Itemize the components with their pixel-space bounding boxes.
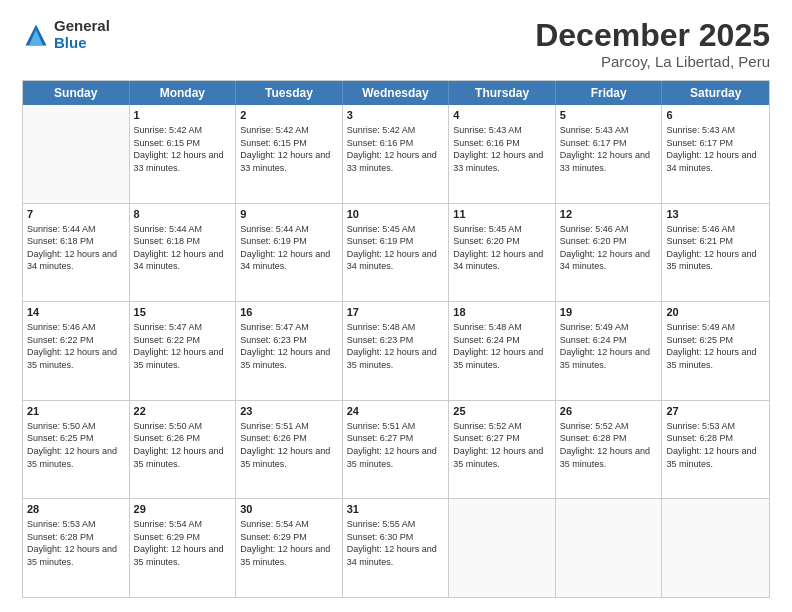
day-number: 4	[453, 108, 551, 123]
calendar-week-4: 21Sunrise: 5:50 AM Sunset: 6:25 PM Dayli…	[23, 401, 769, 500]
calendar-cell-1-6: 5Sunrise: 5:43 AM Sunset: 6:17 PM Daylig…	[556, 105, 663, 203]
cell-info: Sunrise: 5:50 AM Sunset: 6:26 PM Dayligh…	[134, 420, 232, 470]
calendar-cell-3-1: 14Sunrise: 5:46 AM Sunset: 6:22 PM Dayli…	[23, 302, 130, 400]
page-subtitle: Parcoy, La Libertad, Peru	[535, 53, 770, 70]
calendar-cell-1-2: 1Sunrise: 5:42 AM Sunset: 6:15 PM Daylig…	[130, 105, 237, 203]
header: General Blue December 2025 Parcoy, La Li…	[22, 18, 770, 70]
cell-info: Sunrise: 5:49 AM Sunset: 6:25 PM Dayligh…	[666, 321, 765, 371]
calendar-cell-1-5: 4Sunrise: 5:43 AM Sunset: 6:16 PM Daylig…	[449, 105, 556, 203]
calendar-header: SundayMondayTuesdayWednesdayThursdayFrid…	[23, 81, 769, 105]
cell-info: Sunrise: 5:52 AM Sunset: 6:28 PM Dayligh…	[560, 420, 658, 470]
day-number: 20	[666, 305, 765, 320]
cell-info: Sunrise: 5:55 AM Sunset: 6:30 PM Dayligh…	[347, 518, 445, 568]
cell-info: Sunrise: 5:54 AM Sunset: 6:29 PM Dayligh…	[240, 518, 338, 568]
day-number: 1	[134, 108, 232, 123]
cell-info: Sunrise: 5:44 AM Sunset: 6:18 PM Dayligh…	[27, 223, 125, 273]
calendar-cell-4-2: 22Sunrise: 5:50 AM Sunset: 6:26 PM Dayli…	[130, 401, 237, 499]
day-number: 7	[27, 207, 125, 222]
title-block: December 2025 Parcoy, La Libertad, Peru	[535, 18, 770, 70]
calendar: SundayMondayTuesdayWednesdayThursdayFrid…	[22, 80, 770, 598]
day-number: 9	[240, 207, 338, 222]
day-number: 28	[27, 502, 125, 517]
cell-info: Sunrise: 5:44 AM Sunset: 6:19 PM Dayligh…	[240, 223, 338, 273]
calendar-cell-2-5: 11Sunrise: 5:45 AM Sunset: 6:20 PM Dayli…	[449, 204, 556, 302]
calendar-cell-3-4: 17Sunrise: 5:48 AM Sunset: 6:23 PM Dayli…	[343, 302, 450, 400]
calendar-cell-1-3: 2Sunrise: 5:42 AM Sunset: 6:15 PM Daylig…	[236, 105, 343, 203]
day-number: 11	[453, 207, 551, 222]
cell-info: Sunrise: 5:53 AM Sunset: 6:28 PM Dayligh…	[666, 420, 765, 470]
calendar-cell-5-6	[556, 499, 663, 597]
calendar-cell-4-3: 23Sunrise: 5:51 AM Sunset: 6:26 PM Dayli…	[236, 401, 343, 499]
calendar-week-2: 7Sunrise: 5:44 AM Sunset: 6:18 PM Daylig…	[23, 204, 769, 303]
page-title: December 2025	[535, 18, 770, 53]
cell-info: Sunrise: 5:46 AM Sunset: 6:22 PM Dayligh…	[27, 321, 125, 371]
cell-info: Sunrise: 5:47 AM Sunset: 6:22 PM Dayligh…	[134, 321, 232, 371]
logo-text: General Blue	[54, 18, 110, 51]
cell-info: Sunrise: 5:51 AM Sunset: 6:26 PM Dayligh…	[240, 420, 338, 470]
calendar-cell-3-6: 19Sunrise: 5:49 AM Sunset: 6:24 PM Dayli…	[556, 302, 663, 400]
logo-general-text: General	[54, 18, 110, 35]
day-number: 27	[666, 404, 765, 419]
day-number: 6	[666, 108, 765, 123]
day-number: 3	[347, 108, 445, 123]
cell-info: Sunrise: 5:47 AM Sunset: 6:23 PM Dayligh…	[240, 321, 338, 371]
cell-info: Sunrise: 5:49 AM Sunset: 6:24 PM Dayligh…	[560, 321, 658, 371]
calendar-week-5: 28Sunrise: 5:53 AM Sunset: 6:28 PM Dayli…	[23, 499, 769, 597]
day-number: 12	[560, 207, 658, 222]
cell-info: Sunrise: 5:45 AM Sunset: 6:20 PM Dayligh…	[453, 223, 551, 273]
day-number: 24	[347, 404, 445, 419]
calendar-cell-1-7: 6Sunrise: 5:43 AM Sunset: 6:17 PM Daylig…	[662, 105, 769, 203]
logo-icon	[22, 21, 50, 49]
day-number: 16	[240, 305, 338, 320]
cell-info: Sunrise: 5:48 AM Sunset: 6:23 PM Dayligh…	[347, 321, 445, 371]
calendar-cell-2-6: 12Sunrise: 5:46 AM Sunset: 6:20 PM Dayli…	[556, 204, 663, 302]
header-day-friday: Friday	[556, 81, 663, 105]
calendar-week-3: 14Sunrise: 5:46 AM Sunset: 6:22 PM Dayli…	[23, 302, 769, 401]
day-number: 5	[560, 108, 658, 123]
calendar-cell-2-2: 8Sunrise: 5:44 AM Sunset: 6:18 PM Daylig…	[130, 204, 237, 302]
cell-info: Sunrise: 5:43 AM Sunset: 6:16 PM Dayligh…	[453, 124, 551, 174]
calendar-cell-4-6: 26Sunrise: 5:52 AM Sunset: 6:28 PM Dayli…	[556, 401, 663, 499]
cell-info: Sunrise: 5:42 AM Sunset: 6:16 PM Dayligh…	[347, 124, 445, 174]
calendar-cell-5-3: 30Sunrise: 5:54 AM Sunset: 6:29 PM Dayli…	[236, 499, 343, 597]
day-number: 22	[134, 404, 232, 419]
calendar-cell-4-4: 24Sunrise: 5:51 AM Sunset: 6:27 PM Dayli…	[343, 401, 450, 499]
cell-info: Sunrise: 5:46 AM Sunset: 6:21 PM Dayligh…	[666, 223, 765, 273]
cell-info: Sunrise: 5:43 AM Sunset: 6:17 PM Dayligh…	[666, 124, 765, 174]
cell-info: Sunrise: 5:45 AM Sunset: 6:19 PM Dayligh…	[347, 223, 445, 273]
day-number: 17	[347, 305, 445, 320]
day-number: 23	[240, 404, 338, 419]
logo-blue-text: Blue	[54, 35, 110, 52]
day-number: 2	[240, 108, 338, 123]
header-day-sunday: Sunday	[23, 81, 130, 105]
day-number: 30	[240, 502, 338, 517]
cell-info: Sunrise: 5:46 AM Sunset: 6:20 PM Dayligh…	[560, 223, 658, 273]
calendar-cell-1-1	[23, 105, 130, 203]
day-number: 31	[347, 502, 445, 517]
calendar-cell-4-7: 27Sunrise: 5:53 AM Sunset: 6:28 PM Dayli…	[662, 401, 769, 499]
calendar-cell-5-5	[449, 499, 556, 597]
header-day-tuesday: Tuesday	[236, 81, 343, 105]
day-number: 25	[453, 404, 551, 419]
calendar-cell-1-4: 3Sunrise: 5:42 AM Sunset: 6:16 PM Daylig…	[343, 105, 450, 203]
day-number: 26	[560, 404, 658, 419]
calendar-cell-5-2: 29Sunrise: 5:54 AM Sunset: 6:29 PM Dayli…	[130, 499, 237, 597]
day-number: 15	[134, 305, 232, 320]
day-number: 8	[134, 207, 232, 222]
calendar-cell-3-2: 15Sunrise: 5:47 AM Sunset: 6:22 PM Dayli…	[130, 302, 237, 400]
cell-info: Sunrise: 5:42 AM Sunset: 6:15 PM Dayligh…	[134, 124, 232, 174]
logo: General Blue	[22, 18, 110, 51]
calendar-cell-3-5: 18Sunrise: 5:48 AM Sunset: 6:24 PM Dayli…	[449, 302, 556, 400]
cell-info: Sunrise: 5:50 AM Sunset: 6:25 PM Dayligh…	[27, 420, 125, 470]
calendar-body: 1Sunrise: 5:42 AM Sunset: 6:15 PM Daylig…	[23, 105, 769, 597]
day-number: 19	[560, 305, 658, 320]
calendar-cell-3-3: 16Sunrise: 5:47 AM Sunset: 6:23 PM Dayli…	[236, 302, 343, 400]
day-number: 18	[453, 305, 551, 320]
calendar-cell-3-7: 20Sunrise: 5:49 AM Sunset: 6:25 PM Dayli…	[662, 302, 769, 400]
cell-info: Sunrise: 5:44 AM Sunset: 6:18 PM Dayligh…	[134, 223, 232, 273]
page: General Blue December 2025 Parcoy, La Li…	[0, 0, 792, 612]
calendar-cell-5-1: 28Sunrise: 5:53 AM Sunset: 6:28 PM Dayli…	[23, 499, 130, 597]
calendar-cell-4-5: 25Sunrise: 5:52 AM Sunset: 6:27 PM Dayli…	[449, 401, 556, 499]
day-number: 13	[666, 207, 765, 222]
calendar-cell-5-7	[662, 499, 769, 597]
